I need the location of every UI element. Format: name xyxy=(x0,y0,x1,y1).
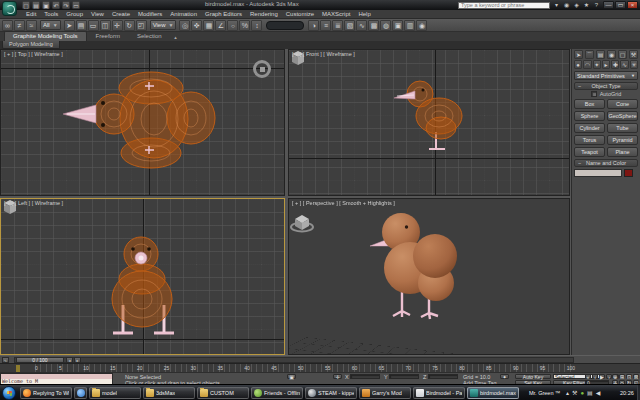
communication-center-icon[interactable]: ◈ xyxy=(572,1,581,9)
viewport-perspective-label[interactable]: [ + ] [ Perspective ] [ Smooth + Highlig… xyxy=(292,200,395,206)
menu-edit[interactable]: Edit xyxy=(22,10,40,19)
current-frame-marker[interactable] xyxy=(16,365,20,372)
angle-snap-toggle-icon[interactable]: ⌔ xyxy=(227,20,238,31)
select-and-manipulate-icon[interactable]: ✜ xyxy=(191,20,202,31)
tab-create[interactable]: ➤ xyxy=(574,50,583,59)
object-type-teapot[interactable]: Teapot xyxy=(574,147,605,157)
menu-rendering[interactable]: Rendering xyxy=(246,10,282,19)
menu-modifiers[interactable]: Modifiers xyxy=(134,10,166,19)
graphite-modeling-toggle-icon[interactable]: ▧ xyxy=(344,20,355,31)
bird-model-front-view[interactable] xyxy=(289,50,570,196)
menu-animation[interactable]: Animation xyxy=(166,10,201,19)
viewcube[interactable] xyxy=(253,60,271,78)
viewcube[interactable] xyxy=(289,211,315,233)
taskbar-clock[interactable]: 20:26 xyxy=(620,390,634,396)
bind-to-space-warp-icon[interactable]: ≈ xyxy=(26,20,37,31)
previous-frame-button[interactable]: ‹ xyxy=(592,374,598,379)
ribbon-tab-freeform[interactable]: Freeform xyxy=(88,32,128,41)
autogrid-checkbox[interactable] xyxy=(591,91,597,97)
menu-view[interactable]: View xyxy=(87,10,108,19)
object-name-field[interactable] xyxy=(574,169,622,177)
auto-key-button[interactable]: Auto Key xyxy=(515,374,551,379)
keyboard-shortcut-override-icon[interactable]: ▦ xyxy=(203,20,214,31)
ribbon-minimize-icon[interactable]: ▴ xyxy=(171,34,181,41)
undo-icon[interactable]: ↶ xyxy=(52,1,60,9)
mirror-icon[interactable]: ◑ xyxy=(308,20,319,31)
category-helpers[interactable]: ✚ xyxy=(611,60,619,69)
unlink-selection-icon[interactable]: ≠ xyxy=(14,20,25,31)
y-coordinate-field[interactable] xyxy=(389,374,419,379)
tab-motion[interactable]: ◉ xyxy=(607,50,616,59)
object-type-rollout-header[interactable]: − Object Type xyxy=(574,82,638,90)
save-file-icon[interactable]: ▣ xyxy=(42,1,50,9)
object-type-plane[interactable]: Plane xyxy=(607,147,638,157)
object-color-swatch[interactable] xyxy=(624,169,633,177)
tab-polygon-modeling[interactable]: Polygon Modeling xyxy=(2,41,60,49)
tab-modify[interactable]: ⌒ xyxy=(585,50,594,59)
category-systems[interactable]: ✳ xyxy=(630,60,638,69)
tray-expand-icon[interactable]: ▴ xyxy=(566,389,569,397)
use-pivot-point-center-icon[interactable]: ◎ xyxy=(179,20,190,31)
zoom-extents-button[interactable]: ⊡ xyxy=(626,374,632,379)
viewport-left[interactable]: [ + ] [ Left ] [ Wireframe ] xyxy=(0,198,285,355)
taskbar-item-model[interactable]: model xyxy=(89,387,141,399)
object-type-pyramid[interactable]: Pyramid xyxy=(607,135,638,145)
project-folder-icon[interactable]: ▭ xyxy=(72,1,80,9)
category-cameras[interactable]: ▸ xyxy=(602,60,610,69)
taskbar-item-friends-offline[interactable]: Friends - Offline xyxy=(251,387,303,399)
window-crossing-toggle-icon[interactable]: ◫ xyxy=(100,20,111,31)
search-go-icon[interactable]: ◉ xyxy=(562,1,571,9)
select-object-icon[interactable]: ➤ xyxy=(64,20,75,31)
taskbar-item-steam-kipper2-[interactable]: STEAM - kipper2... xyxy=(305,387,357,399)
layer-manager-icon[interactable]: ≣ xyxy=(332,20,343,31)
viewport-top-label[interactable]: [ + ] [ Top ] [ Wireframe ] xyxy=(4,51,63,57)
bird-model-shaded[interactable] xyxy=(289,199,570,355)
taskbar-item-3dsmax[interactable]: 3dsMax xyxy=(143,387,195,399)
select-and-scale-icon[interactable]: ◰ xyxy=(136,20,147,31)
ribbon-tab-graphite-modeling-tools[interactable]: Graphite Modeling Tools xyxy=(4,31,87,41)
app-menu-button[interactable] xyxy=(2,1,17,16)
render-setup-icon[interactable]: ▣ xyxy=(392,20,403,31)
object-type-tube[interactable]: Tube xyxy=(607,123,638,133)
new-scene-icon[interactable]: ▢ xyxy=(22,1,30,9)
help-icon[interactable]: ? xyxy=(592,1,601,9)
tab-hierarchy[interactable]: ▤ xyxy=(596,50,605,59)
viewport-perspective[interactable]: [ + ] [ Perspective ] [ Smooth + Highlig… xyxy=(288,198,570,355)
snaps-toggle-icon[interactable]: ∠ xyxy=(215,20,226,31)
taskbar-item-birdmodel-paint[interactable]: Birdmodel - Paint xyxy=(413,387,465,399)
minimize-button[interactable]: — xyxy=(603,1,614,9)
taskbar-item-custom[interactable]: CUSTOM xyxy=(197,387,249,399)
display-tray-icon[interactable]: ▤ xyxy=(587,389,593,397)
select-and-rotate-icon[interactable]: ↻ xyxy=(124,20,135,31)
menu-tools[interactable]: Tools xyxy=(40,10,62,19)
viewport-left-label[interactable]: [ + ] [ Left ] [ Wireframe ] xyxy=(4,200,63,206)
tab-display[interactable]: ▢ xyxy=(618,50,627,59)
rectangular-selection-region-icon[interactable]: ▭ xyxy=(88,20,99,31)
select-and-link-icon[interactable]: ∞ xyxy=(2,20,13,31)
selection-filter-dropdown[interactable]: All▼ xyxy=(40,20,61,30)
object-type-torus[interactable]: Torus xyxy=(574,135,605,145)
category-shapes[interactable]: ◠ xyxy=(583,60,591,69)
restore-button[interactable]: ▭ xyxy=(615,1,626,9)
favorites-icon[interactable]: ★ xyxy=(582,1,591,9)
taskbar-item-replying-to-wha-[interactable]: Replying To Wha... xyxy=(20,387,72,399)
name-color-rollout-header[interactable]: − Name and Color xyxy=(574,159,638,167)
close-button[interactable]: × xyxy=(627,1,638,9)
category-space-warps[interactable]: ∿ xyxy=(620,60,628,69)
search-dropdown-icon[interactable]: ▾ xyxy=(552,1,561,9)
absolute-offset-toggle[interactable]: ✛ xyxy=(333,374,342,379)
z-coordinate-field[interactable] xyxy=(428,374,458,379)
menu-customize[interactable]: Customize xyxy=(282,10,318,19)
tab-utilities[interactable]: ⚒ xyxy=(629,50,638,59)
select-by-name-icon[interactable]: ▤ xyxy=(76,20,87,31)
ribbon-tab-selection[interactable]: Selection xyxy=(129,32,170,41)
redo-icon[interactable]: ↷ xyxy=(62,1,70,9)
taskbar-item-app-blue[interactable] xyxy=(74,387,87,399)
track-bar[interactable]: 0510152025303540455055606570758085909510… xyxy=(0,363,640,372)
zoom-extents-all-button[interactable]: ⊠ xyxy=(633,374,639,379)
object-type-box[interactable]: Box xyxy=(574,99,605,109)
selection-lock-toggle[interactable]: ▣ xyxy=(287,374,296,379)
bird-model-left-view[interactable] xyxy=(1,199,285,355)
go-to-start-button[interactable]: « xyxy=(585,374,591,379)
spinner-snap-toggle-icon[interactable]: ↕ xyxy=(251,20,262,31)
